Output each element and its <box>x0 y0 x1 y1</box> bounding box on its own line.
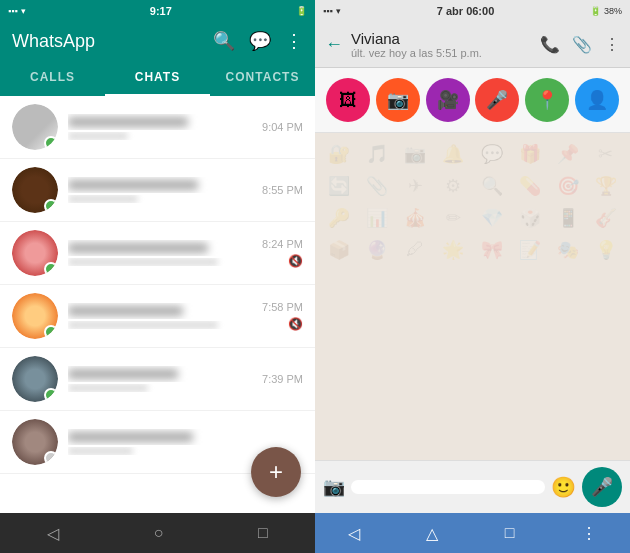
bg-icon-31: 🎭 <box>554 239 582 261</box>
chat-info-4 <box>68 303 262 329</box>
app-header: WhatsApp 🔍 💬 ⋮ <box>0 22 315 60</box>
bg-icon-23: 📱 <box>554 207 582 229</box>
bg-icon-26: 🔮 <box>363 239 391 261</box>
chat-info-5 <box>68 366 262 392</box>
bg-icon-19: 🎪 <box>401 207 429 229</box>
chat-header-actions: 📞 📎 ⋮ <box>540 35 620 54</box>
left-panel: ▪▪▪ ▾ 9:17 🔋 WhatsApp 🔍 💬 ⋮ CALLS CHATS … <box>0 0 315 553</box>
tab-contacts[interactable]: CONTACTS <box>210 60 315 94</box>
message-input[interactable] <box>351 480 545 494</box>
bg-icon-12: ⚙ <box>439 175 467 197</box>
chat-preview-5 <box>68 384 262 392</box>
battery-icon: 🔋 <box>296 6 307 16</box>
home-nav-icon[interactable]: ○ <box>154 524 164 542</box>
bg-icon-15: 🎯 <box>554 175 582 197</box>
camera-input-icon[interactable]: 📷 <box>323 476 345 498</box>
chat-preview-1 <box>68 132 262 140</box>
bg-icon-7: 📌 <box>554 143 582 165</box>
tabs-bar: CALLS CHATS CONTACTS <box>0 60 315 96</box>
fab-button[interactable]: + <box>251 447 301 497</box>
chat-time-5: 7:39 PM <box>262 373 303 385</box>
bg-icon-2: 🎵 <box>363 143 391 165</box>
bg-icon-10: 📎 <box>363 175 391 197</box>
chat-time-3: 8:24 PM <box>262 238 303 250</box>
chat-time-1: 9:04 PM <box>262 121 303 133</box>
avatar-2 <box>12 167 58 213</box>
chat-name-6 <box>68 429 303 445</box>
mute-icon-4: 🔇 <box>288 317 303 331</box>
call-icon[interactable]: 📞 <box>540 35 560 54</box>
bg-icon-3: 📷 <box>401 143 429 165</box>
more-icon[interactable]: ⋮ <box>285 30 303 52</box>
bg-icon-21: 💎 <box>478 207 506 229</box>
chat-preview-3 <box>68 258 262 266</box>
recents-nav-icon[interactable]: □ <box>258 524 268 542</box>
attach-contact-button[interactable]: 👤 <box>575 78 619 122</box>
bg-icon-6: 🎁 <box>516 143 544 165</box>
right-panel: ▪▪▪ ▾ 7 abr 06:00 🔋 38% ← Viviana últ. v… <box>315 0 630 553</box>
back-nav-icon[interactable]: ◁ <box>47 524 59 543</box>
chat-item-3[interactable]: 8:24 PM 🔇 <box>0 222 315 285</box>
app-title: WhatsApp <box>12 31 95 52</box>
chat-name-5 <box>68 366 262 382</box>
chat-item-2[interactable]: 8:55 PM <box>0 159 315 222</box>
back-nav-right-icon[interactable]: ◁ <box>348 524 360 543</box>
wifi-icon: ▾ <box>21 6 26 16</box>
recents-nav-right-icon[interactable]: □ <box>505 524 515 542</box>
back-button[interactable]: ← <box>325 34 343 55</box>
attach-audio-button[interactable]: 🎤 <box>475 78 519 122</box>
chat-item-5[interactable]: 7:39 PM <box>0 348 315 411</box>
chat-preview-4 <box>68 321 262 329</box>
bg-icon-14: 💊 <box>516 175 544 197</box>
chat-meta-4: 7:58 PM 🔇 <box>262 301 303 331</box>
tab-calls[interactable]: CALLS <box>0 60 105 94</box>
bg-icon-4: 🔔 <box>439 143 467 165</box>
chat-info-2 <box>68 177 262 203</box>
chat-header-info: Viviana últ. vez hoy a las 5:51 p.m. <box>351 30 532 59</box>
attach-video-button[interactable]: 🎥 <box>426 78 470 122</box>
chat-name-2 <box>68 177 262 193</box>
avatar-4 <box>12 293 58 339</box>
contact-last-seen: últ. vez hoy a las 5:51 p.m. <box>351 47 532 59</box>
chat-name-3 <box>68 240 262 256</box>
signal-right-icon: ▪▪▪ <box>323 6 333 16</box>
bottom-nav-left: ◁ ○ □ <box>0 513 315 553</box>
chat-time-2: 8:55 PM <box>262 184 303 196</box>
chat-info-3 <box>68 240 262 266</box>
compose-icon[interactable]: 💬 <box>249 30 271 52</box>
bg-icon-11: ✈ <box>401 175 429 197</box>
more-nav-right-icon[interactable]: ⋮ <box>581 524 597 543</box>
bg-icon-16: 🏆 <box>592 175 620 197</box>
attach-icon[interactable]: 📎 <box>572 35 592 54</box>
attach-image-button[interactable]: 🖼 <box>326 78 370 122</box>
avatar-5 <box>12 356 58 402</box>
chat-meta-3: 8:24 PM 🔇 <box>262 238 303 268</box>
chat-time-4: 7:58 PM <box>262 301 303 313</box>
emoji-button[interactable]: 🙂 <box>551 475 576 499</box>
tab-chats[interactable]: CHATS <box>105 60 210 94</box>
bg-icon-28: 🌟 <box>439 239 467 261</box>
battery-right-icon: 🔋 38% <box>590 6 622 16</box>
avatar-3 <box>12 230 58 276</box>
bg-icon-30: 📝 <box>516 239 544 261</box>
bg-icon-25: 📦 <box>325 239 353 261</box>
signal-icon: ▪▪▪ <box>8 6 18 16</box>
header-icons: 🔍 💬 ⋮ <box>213 30 303 52</box>
right-status-icons: ▪▪▪ ▾ <box>323 6 341 16</box>
home-nav-right-icon[interactable]: △ <box>426 524 438 543</box>
more-options-icon[interactable]: ⋮ <box>604 35 620 54</box>
wifi-right-icon: ▾ <box>336 6 341 16</box>
attach-camera-button[interactable]: 📷 <box>376 78 420 122</box>
mic-button[interactable]: 🎤 <box>582 467 622 507</box>
chat-meta-1: 9:04 PM <box>262 121 303 133</box>
chat-item-1[interactable]: 9:04 PM <box>0 96 315 159</box>
attach-location-button[interactable]: 📍 <box>525 78 569 122</box>
bg-icon-1: 🔐 <box>325 143 353 165</box>
right-battery-icons: 🔋 38% <box>590 6 622 16</box>
bg-icon-20: ✏ <box>439 207 467 229</box>
chat-item-4[interactable]: 7:58 PM 🔇 <box>0 285 315 348</box>
mic-icon: 🎤 <box>591 476 613 498</box>
bg-icon-27: 🖊 <box>401 239 429 261</box>
chat-background: 🔐 🎵 📷 🔔 💬 🎁 📌 ✂ 🔄 📎 ✈ ⚙ 🔍 💊 🎯 🏆 🔑 📊 🎪 ✏ … <box>315 133 630 460</box>
search-icon[interactable]: 🔍 <box>213 30 235 52</box>
